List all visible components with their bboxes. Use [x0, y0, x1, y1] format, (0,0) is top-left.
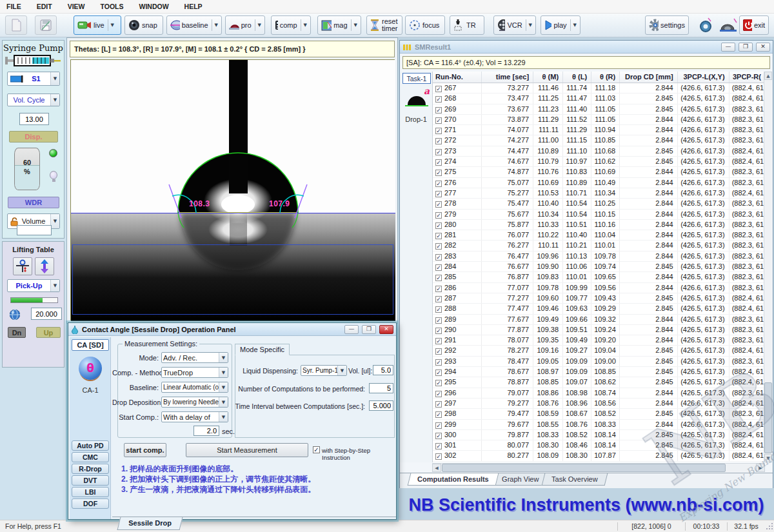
dof-button[interactable]: DOF	[72, 498, 109, 509]
table-row[interactable]: ✓278 75.477 110.40 110.54 110.25 2.844 (…	[433, 199, 765, 209]
chevron-down-icon[interactable]: ▼	[337, 366, 346, 375]
pendant-drop-icon[interactable]	[698, 17, 713, 33]
drop-deposition-select[interactable]: By lowering Needle/Drop▼	[161, 397, 228, 408]
table-row[interactable]: ✓289 77.677 109.49 109.66 109.32 2.844 (…	[433, 315, 765, 325]
restore-button[interactable]: ❐	[362, 325, 376, 334]
scroll-down-icon[interactable]: ▼	[764, 454, 772, 462]
table-row[interactable]: ✓276 75.077 110.69 110.89 110.49 2.844 (…	[433, 178, 765, 188]
tab-ca-sd[interactable]: CA [SD]	[72, 339, 109, 351]
col-drop-cd[interactable]: Drop CD [mm]	[620, 72, 677, 83]
table-row[interactable]: ✓280 75.877 110.33 110.51 110.16 2.844 (…	[433, 220, 765, 230]
tab-computation-results[interactable]: Computation Results	[408, 473, 499, 486]
table-row[interactable]: ✓267 73.277 111.46 111.74 111.18 2.844 (…	[433, 83, 765, 94]
close-button[interactable]: ✕	[379, 325, 393, 334]
minimize-button[interactable]: —	[344, 325, 359, 334]
pro-button[interactable]: pro ▼	[225, 15, 265, 35]
col-theta-m[interactable]: θ (M)	[533, 72, 563, 83]
row-checkbox[interactable]: ✓	[435, 149, 442, 155]
close-button[interactable]: ✕	[756, 43, 770, 52]
row-checkbox[interactable]: ✓	[435, 86, 442, 92]
row-checkbox[interactable]: ✓	[435, 201, 442, 208]
row-checkbox[interactable]: ✓	[435, 254, 442, 261]
table-row[interactable]: ✓288 77.477 109.46 109.63 109.29 2.845 (…	[433, 304, 765, 314]
tr-button[interactable]: TR	[450, 15, 484, 35]
col-theta-r[interactable]: θ (R)	[591, 72, 620, 83]
table-row[interactable]: ✓292 78.277 109.16 109.27 109.04 2.845 (…	[433, 346, 765, 356]
scroll-left-icon[interactable]: ◀	[432, 464, 441, 472]
table-down-button[interactable]: Dn	[8, 327, 26, 338]
drop-1-icon[interactable]: a	[405, 91, 428, 108]
row-checkbox[interactable]: ✓	[435, 233, 442, 239]
col-theta-l[interactable]: θ (L)	[563, 72, 591, 83]
horizontal-scrollbar[interactable]: ◀ ▶	[432, 463, 765, 472]
row-checkbox[interactable]: ✓	[435, 391, 442, 397]
col-time[interactable]: time [sec]	[482, 72, 533, 83]
exit-button[interactable]: exit	[739, 15, 769, 35]
step-by-step-checkbox[interactable]: ✓	[313, 446, 320, 453]
resize-grip[interactable]	[765, 522, 774, 531]
table-position-button[interactable]	[13, 257, 32, 275]
lift-position-input[interactable]	[31, 308, 62, 320]
tab-task-overview[interactable]: Task Overview	[542, 473, 608, 486]
row-checkbox[interactable]: ✓	[435, 369, 442, 376]
chevron-down-icon[interactable]: ▼	[255, 19, 261, 31]
chevron-down-icon[interactable]: ▼	[219, 368, 228, 377]
mode-select[interactable]: Adv. / Rec.▼	[161, 352, 228, 363]
cycle-mode-select[interactable]: Vol. Cycle ▼	[7, 94, 60, 106]
table-row[interactable]: ✓272 74.277 111.00 111.15 110.85 2.844 (…	[433, 135, 765, 146]
row-checkbox[interactable]: ✓	[435, 96, 442, 103]
table-row[interactable]: ✓295 78.877 108.85 109.07 108.62 2.845 (…	[433, 377, 765, 388]
row-checkbox[interactable]: ✓	[435, 443, 442, 449]
cycle-volume-input[interactable]	[19, 113, 49, 125]
results-titlebar[interactable]: SMResult1 — ❐ ✕	[400, 41, 773, 54]
tab-task-1[interactable]: Task-1	[402, 73, 431, 84]
auto-pd-button[interactable]: Auto PD	[72, 440, 109, 451]
row-checkbox[interactable]: ✓	[435, 453, 442, 460]
table-row[interactable]: ✓275 74.877 110.76 110.83 110.69 2.844 (…	[433, 167, 765, 177]
table-updown-button[interactable]	[35, 257, 54, 275]
chevron-down-icon[interactable]: ▼	[50, 94, 59, 106]
row-checkbox[interactable]: ✓	[435, 212, 442, 219]
lbi-button[interactable]: LBI	[72, 487, 109, 497]
row-checkbox[interactable]: ✓	[435, 433, 442, 439]
row-checkbox[interactable]: ✓	[435, 411, 442, 418]
table-row[interactable]: ✓283 76.477 109.96 110.13 109.78 2.844 (…	[433, 251, 765, 262]
dialog-titlebar[interactable]: Contact Angle [Sessile Drop] Operation P…	[68, 323, 396, 336]
scroll-right-icon[interactable]: ▶	[756, 464, 765, 472]
row-checkbox[interactable]: ✓	[435, 159, 442, 166]
row-checkbox[interactable]: ✓	[435, 348, 442, 355]
tab-sessile-drop[interactable]: Sessile Drop	[117, 517, 183, 530]
comp-method-select[interactable]: TrueDrop▼	[161, 367, 228, 378]
settings-button[interactable]: settings	[645, 15, 689, 35]
table-row[interactable]: ✓301 80.077 108.30 108.46 108.14 2.845 (…	[433, 440, 765, 451]
table-row[interactable]: ✓268 73.477 111.25 111.47 111.03 2.845 (…	[433, 94, 765, 104]
r-drop-button[interactable]: R-Drop	[72, 464, 109, 474]
table-row[interactable]: ✓298 79.477 108.59 108.67 108.52 2.845 (…	[433, 409, 765, 419]
row-checkbox[interactable]: ✓	[435, 222, 442, 229]
row-checkbox[interactable]: ✓	[435, 191, 442, 197]
table-row[interactable]: ✓286 77.077 109.78 109.99 109.56 2.844 (…	[433, 283, 765, 293]
table-row[interactable]: ✓269 73.677 111.23 111.40 111.05 2.845 (…	[433, 104, 765, 115]
row-checkbox[interactable]: ✓	[435, 328, 442, 334]
num-computations-input[interactable]	[369, 383, 393, 393]
vol-input[interactable]	[373, 365, 393, 375]
save-button[interactable]	[35, 15, 57, 35]
table-row[interactable]: ✓287 77.277 109.60 109.77 109.43 2.845 (…	[433, 293, 765, 304]
tab-graph-view[interactable]: Graph View	[491, 473, 548, 486]
table-up-button[interactable]: Up	[36, 327, 61, 338]
row-checkbox[interactable]: ✓	[435, 317, 442, 324]
volume-input[interactable]	[17, 225, 52, 235]
row-checkbox[interactable]: ✓	[435, 181, 442, 187]
menu-item[interactable]: FILE	[6, 3, 21, 10]
sessile-drop-icon[interactable]	[719, 17, 738, 33]
table-row[interactable]: ✓290 77.877 109.38 109.51 109.24 2.844 (…	[433, 325, 765, 335]
minimize-button[interactable]: —	[721, 43, 735, 52]
hscroll-thumb[interactable]	[442, 464, 726, 472]
row-checkbox[interactable]: ✓	[435, 401, 442, 408]
table-row[interactable]: ✓273 74.477 110.89 111.10 110.68 2.845 (…	[433, 146, 765, 157]
table-row[interactable]: ✓291 78.077 109.35 109.49 109.20 2.844 (…	[433, 335, 765, 346]
globe-icon[interactable]	[9, 309, 21, 320]
menu-item[interactable]: TOOLS	[101, 3, 124, 10]
col-3pcp-r[interactable]: 3PCP-R(	[729, 72, 765, 83]
row-checkbox[interactable]: ✓	[435, 170, 442, 176]
